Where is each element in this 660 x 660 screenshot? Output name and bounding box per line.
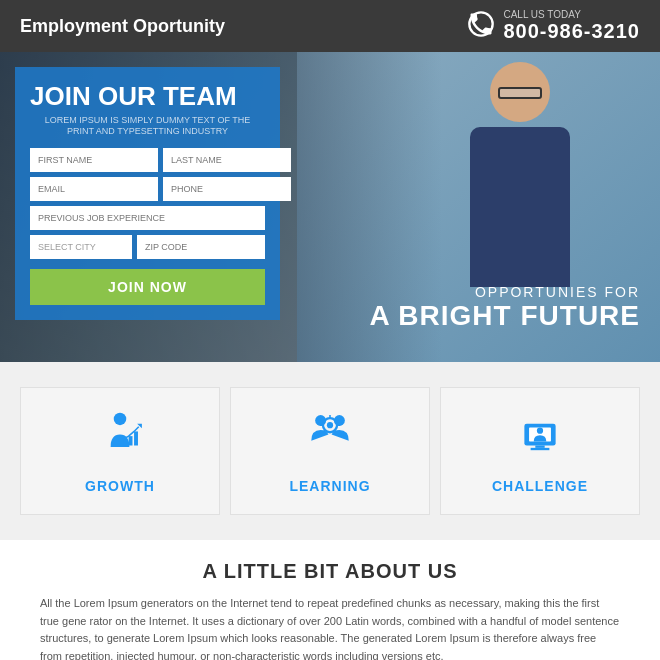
email-input[interactable] — [30, 177, 158, 201]
svg-point-1 — [114, 413, 127, 426]
svg-rect-2 — [134, 431, 138, 445]
features-section: GROWTH LEARNING — [0, 362, 660, 540]
form-subtitle: LOREM IPSUM IS SIMPLY DUMMY TEXT OF THE … — [30, 115, 265, 138]
svg-rect-18 — [535, 446, 544, 448]
tagline-small: OPPORTUNIES FOR — [369, 284, 640, 300]
about-section: A LITTLE BIT ABOUT US All the Lorem Ipsu… — [0, 540, 660, 660]
person-body — [470, 127, 570, 287]
svg-point-9 — [327, 422, 333, 428]
join-form-panel: JOIN OUR TEAM LOREM IPSUM IS SIMPLY DUMM… — [15, 67, 280, 320]
contact-row — [30, 177, 265, 201]
prev-job-input[interactable] — [30, 206, 265, 230]
call-label: CALL US TODAY — [503, 9, 640, 20]
challenge-label: CHALLENGE — [492, 478, 588, 494]
location-row: SELECT CITY — [30, 235, 265, 259]
hero-section: JOIN OUR TEAM LOREM IPSUM IS SIMPLY DUMM… — [0, 52, 660, 362]
svg-rect-19 — [531, 448, 550, 450]
svg-point-17 — [537, 428, 543, 434]
city-select[interactable]: SELECT CITY — [30, 235, 132, 259]
feature-growth: GROWTH — [20, 387, 220, 515]
hero-tagline: OPPORTUNIES FOR A BRIGHT FUTURE — [369, 284, 640, 332]
phone-info: CALL US TODAY 800-986-3210 — [503, 9, 640, 43]
join-now-button[interactable]: JOIN NOW — [30, 269, 265, 305]
last-name-input[interactable] — [163, 148, 291, 172]
growth-icon — [95, 408, 145, 468]
feature-learning: LEARNING — [230, 387, 430, 515]
phone-number: 800-986-3210 — [503, 20, 640, 43]
feature-challenge: CHALLENGE — [440, 387, 640, 515]
phone-section: CALL US TODAY 800-986-3210 — [467, 9, 640, 43]
phone-input[interactable] — [163, 177, 291, 201]
phone-icon — [467, 10, 495, 43]
learning-icon — [305, 408, 355, 468]
site-logo: Employment Oportunity — [20, 16, 225, 37]
zip-input[interactable] — [137, 235, 265, 259]
challenge-icon — [515, 408, 565, 468]
svg-rect-3 — [129, 436, 133, 445]
growth-label: GROWTH — [85, 478, 155, 494]
first-name-input[interactable] — [30, 148, 158, 172]
form-title: JOIN OUR TEAM — [30, 82, 265, 111]
learning-label: LEARNING — [289, 478, 370, 494]
tagline-big: A BRIGHT FUTURE — [369, 300, 640, 332]
about-body: All the Lorem Ipsum generators on the In… — [40, 595, 620, 660]
page-header: Employment Oportunity CALL US TODAY 800-… — [0, 0, 660, 52]
person-glasses — [498, 87, 542, 99]
person-head — [490, 62, 550, 122]
name-row — [30, 148, 265, 172]
svg-rect-4 — [123, 439, 127, 445]
about-title: A LITTLE BIT ABOUT US — [40, 560, 620, 583]
